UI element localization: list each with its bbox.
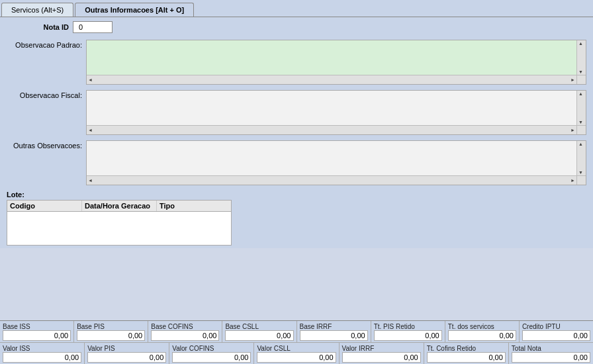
total-cell: Base COFINS0,00 bbox=[148, 321, 222, 342]
total-cell: Tt. Cofins Retido0,00 bbox=[424, 343, 509, 364]
total-cell-label: Valor CSLL bbox=[257, 345, 290, 352]
nota-id-row: Nota ID 0 bbox=[7, 21, 586, 33]
bottom-totals: Base ISS0,00Base PIS0,00Base COFINS0,00B… bbox=[0, 320, 593, 364]
hscroll-left-arrow2[interactable]: ◄ bbox=[87, 127, 94, 133]
nota-id-label: Nota ID bbox=[7, 23, 73, 31]
total-cell-label: Tt. Cofins Retido bbox=[427, 345, 476, 352]
total-cell-value: 0,00 bbox=[87, 352, 166, 363]
observacao-fiscal-row: Observacao Fiscal: ▲ ▼ ◄ ► bbox=[7, 90, 586, 135]
hscroll-right-arrow2[interactable]: ► bbox=[569, 127, 576, 133]
totals-row-1: Base ISS0,00Base PIS0,00Base COFINS0,00B… bbox=[0, 321, 593, 343]
total-cell-value: 0,00 bbox=[172, 352, 251, 363]
lote-label: Lote: bbox=[7, 191, 586, 199]
observacao-fiscal-container: ▲ ▼ ◄ ► bbox=[86, 90, 586, 135]
observacao-padrao-container: ▲ ▼ ◄ ► bbox=[86, 40, 586, 85]
total-cell-label: Tt. dos servicos bbox=[448, 323, 494, 330]
total-cell: Base CSLL0,00 bbox=[222, 321, 296, 342]
vscroll-up-arrow2[interactable]: ▲ bbox=[577, 91, 586, 97]
total-cell-label: Base COFINS bbox=[151, 323, 193, 330]
outras-observacoes-hscroll[interactable]: ◄ ► bbox=[87, 175, 576, 185]
total-cell-label: Base IRRF bbox=[300, 323, 332, 330]
total-cell-label: Credito IPTU bbox=[522, 323, 561, 330]
total-cell: Valor COFINS0,00 bbox=[169, 343, 254, 364]
total-cell: Credito IPTU0,00 bbox=[520, 321, 593, 342]
observacao-fiscal-hscroll[interactable]: ◄ ► bbox=[87, 125, 576, 134]
total-cell: Tt. PIS Retido0,00 bbox=[371, 321, 445, 342]
outras-observacoes-input[interactable] bbox=[87, 141, 576, 175]
tabs-bar: Servicos (Alt+S) Outras Informacoes [Alt… bbox=[0, 0, 593, 17]
observacao-fiscal-input[interactable] bbox=[87, 91, 576, 125]
total-cell-label: Valor IRRF bbox=[342, 345, 375, 352]
total-cell: Base IRRF0,00 bbox=[297, 321, 371, 342]
hscroll-left-arrow3[interactable]: ◄ bbox=[87, 177, 94, 183]
total-cell-value: 0,00 bbox=[427, 352, 506, 363]
total-cell-value: 0,00 bbox=[342, 352, 421, 363]
observacao-fiscal-label: Observacao Fiscal: bbox=[7, 90, 86, 99]
total-cell-label: Total Nota bbox=[512, 345, 541, 352]
vscroll-down-arrow2[interactable]: ▼ bbox=[577, 119, 586, 125]
total-cell: Valor ISS0,00 bbox=[0, 343, 85, 364]
total-cell-label: Base PIS bbox=[77, 323, 105, 330]
total-cell-label: Tt. PIS Retido bbox=[374, 323, 415, 330]
hscroll-right-arrow3[interactable]: ► bbox=[569, 177, 576, 183]
hscroll-left-arrow[interactable]: ◄ bbox=[87, 77, 94, 83]
total-cell: Valor CSLL0,00 bbox=[254, 343, 339, 364]
vscroll-down-arrow3[interactable]: ▼ bbox=[577, 169, 586, 175]
scroll-corner bbox=[576, 75, 586, 84]
total-cell-value: 0,00 bbox=[3, 352, 81, 363]
outras-observacoes-label: Outras Observacoes: bbox=[7, 140, 86, 150]
total-cell-label: Valor COFINS bbox=[172, 345, 214, 352]
total-cell-value: 0,00 bbox=[448, 330, 516, 341]
observacao-padrao-hscroll[interactable]: ◄ ► bbox=[87, 75, 576, 84]
total-cell-value: 0,00 bbox=[374, 330, 442, 341]
total-cell-value: 0,00 bbox=[225, 330, 293, 341]
lote-table-body bbox=[7, 212, 231, 245]
total-cell-label: Valor PIS bbox=[87, 345, 115, 352]
total-cell-label: Base ISS bbox=[3, 323, 30, 330]
observacao-fiscal-vscroll[interactable]: ▲ ▼ bbox=[576, 91, 586, 125]
hscroll-right-arrow[interactable]: ► bbox=[569, 77, 576, 83]
scroll-corner3 bbox=[576, 175, 586, 185]
total-cell-value: 0,00 bbox=[3, 330, 71, 341]
observacao-padrao-vscroll[interactable]: ▲ ▼ bbox=[576, 40, 586, 75]
observacao-padrao-row: Observacao Padrao: ▲ ▼ ◄ ► bbox=[7, 40, 586, 85]
total-cell: Valor IRRF0,00 bbox=[340, 343, 424, 364]
outras-observacoes-container: ▲ ▼ ◄ ► bbox=[86, 140, 586, 185]
vscroll-up-arrow3[interactable]: ▲ bbox=[577, 141, 586, 147]
total-cell: Base PIS0,00 bbox=[74, 321, 148, 342]
total-cell-value: 0,00 bbox=[300, 330, 368, 341]
tab-servicos[interactable]: Servicos (Alt+S) bbox=[1, 3, 73, 17]
total-cell: Tt. dos servicos0,00 bbox=[445, 321, 520, 342]
vscroll-down-arrow[interactable]: ▼ bbox=[577, 69, 586, 75]
total-cell-value: 0,00 bbox=[151, 330, 219, 341]
tab-outras-informacoes[interactable]: Outras Informacoes [Alt + O] bbox=[75, 3, 194, 17]
total-cell: Total Nota0,00 bbox=[509, 343, 593, 364]
totals-row-2: Valor ISS0,00Valor PIS0,00Valor COFINS0,… bbox=[0, 343, 593, 364]
scroll-corner2 bbox=[576, 125, 586, 134]
lote-col-codigo: Codigo bbox=[7, 201, 82, 211]
lote-col-tipo: Tipo bbox=[157, 201, 231, 211]
observacao-padrao-label: Observacao Padrao: bbox=[7, 40, 86, 49]
vscroll-up-arrow[interactable]: ▲ bbox=[577, 40, 586, 46]
total-cell-value: 0,00 bbox=[512, 352, 590, 363]
lote-table: Codigo Data/Hora Geracao Tipo bbox=[7, 200, 232, 246]
nota-id-value: 0 bbox=[73, 21, 113, 33]
total-cell: Base ISS0,00 bbox=[0, 321, 74, 342]
total-cell-label: Valor ISS bbox=[3, 345, 30, 352]
lote-section: Lote: Codigo Data/Hora Geracao Tipo bbox=[7, 191, 586, 246]
total-cell: Valor PIS0,00 bbox=[85, 343, 169, 364]
observacao-padrao-input[interactable] bbox=[87, 40, 576, 75]
total-cell-value: 0,00 bbox=[77, 330, 145, 341]
outras-observacoes-row: Outras Observacoes: ▲ ▼ ◄ ► bbox=[7, 140, 586, 185]
lote-table-header: Codigo Data/Hora Geracao Tipo bbox=[7, 201, 231, 212]
total-cell-value: 0,00 bbox=[257, 352, 336, 363]
total-cell-value: 0,00 bbox=[522, 330, 590, 341]
total-cell-label: Base CSLL bbox=[225, 323, 259, 330]
lote-col-datahora: Data/Hora Geracao bbox=[82, 201, 157, 211]
outras-observacoes-vscroll[interactable]: ▲ ▼ bbox=[576, 141, 586, 175]
